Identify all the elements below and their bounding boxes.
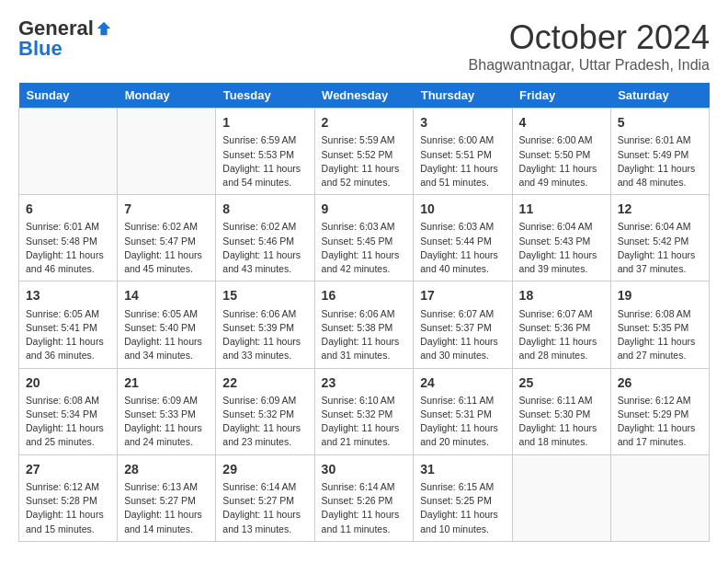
page-header: General Blue October 2024 Bhagwantnagar,… [18, 18, 710, 74]
day-number: 21 [124, 373, 209, 392]
calendar-cell [610, 454, 709, 541]
day-number: 13 [26, 286, 110, 304]
day-info: Sunrise: 6:06 AMSunset: 5:39 PMDaylight:… [222, 307, 307, 363]
calendar-cell: 11Sunrise: 6:04 AMSunset: 5:43 PMDayligh… [512, 195, 610, 282]
day-number: 2 [322, 113, 407, 132]
day-number: 17 [420, 286, 505, 304]
day-info: Sunrise: 6:12 AMSunset: 5:29 PMDaylight:… [618, 394, 702, 450]
calendar-cell: 18Sunrise: 6:07 AMSunset: 5:36 PMDayligh… [512, 282, 610, 368]
day-header-sunday: Sunday [19, 83, 118, 109]
day-number: 30 [322, 460, 407, 478]
day-info: Sunrise: 6:13 AMSunset: 5:27 PMDaylight:… [124, 480, 209, 536]
calendar-cell: 5Sunrise: 6:01 AMSunset: 5:49 PMDaylight… [610, 109, 709, 195]
calendar-cell: 24Sunrise: 6:11 AMSunset: 5:31 PMDayligh… [414, 368, 512, 454]
calendar-cell: 7Sunrise: 6:02 AMSunset: 5:47 PMDaylight… [118, 195, 216, 282]
day-number: 6 [26, 200, 110, 218]
day-info: Sunrise: 6:06 AMSunset: 5:38 PMDaylight:… [322, 307, 407, 363]
calendar-cell: 9Sunrise: 6:03 AMSunset: 5:45 PMDaylight… [314, 195, 414, 282]
day-number: 29 [222, 460, 307, 478]
day-info: Sunrise: 6:09 AMSunset: 5:32 PMDaylight:… [222, 394, 307, 450]
logo-icon [96, 20, 112, 37]
day-info: Sunrise: 6:01 AMSunset: 5:48 PMDaylight:… [26, 220, 110, 276]
day-info: Sunrise: 6:07 AMSunset: 5:36 PMDaylight:… [519, 307, 604, 363]
day-number: 8 [222, 200, 307, 218]
day-info: Sunrise: 6:04 AMSunset: 5:43 PMDaylight:… [519, 220, 604, 276]
day-info: Sunrise: 6:08 AMSunset: 5:34 PMDaylight:… [26, 394, 110, 450]
calendar-cell: 27Sunrise: 6:12 AMSunset: 5:28 PMDayligh… [19, 454, 118, 541]
calendar-cell [118, 109, 216, 195]
location-title: Bhagwantnagar, Uttar Pradesh, India [469, 57, 710, 74]
day-number: 12 [618, 200, 702, 218]
day-info: Sunrise: 6:07 AMSunset: 5:37 PMDaylight:… [420, 307, 505, 363]
day-number: 16 [322, 286, 407, 304]
calendar-cell: 14Sunrise: 6:05 AMSunset: 5:40 PMDayligh… [118, 282, 216, 368]
calendar-cell: 20Sunrise: 6:08 AMSunset: 5:34 PMDayligh… [19, 368, 118, 454]
calendar-cell: 16Sunrise: 6:06 AMSunset: 5:38 PMDayligh… [314, 282, 414, 368]
calendar-cell: 23Sunrise: 6:10 AMSunset: 5:32 PMDayligh… [314, 368, 414, 454]
day-header-thursday: Thursday [414, 83, 512, 109]
logo-general-text: General [18, 18, 94, 39]
calendar-cell: 2Sunrise: 5:59 AMSunset: 5:52 PMDaylight… [314, 109, 414, 195]
day-number: 27 [26, 460, 110, 478]
calendar-week-2: 6Sunrise: 6:01 AMSunset: 5:48 PMDaylight… [19, 195, 710, 282]
day-number: 7 [124, 200, 209, 218]
day-info: Sunrise: 6:08 AMSunset: 5:35 PMDaylight:… [618, 307, 702, 363]
calendar-week-4: 20Sunrise: 6:08 AMSunset: 5:34 PMDayligh… [19, 368, 710, 454]
day-number: 24 [420, 373, 505, 392]
calendar-week-3: 13Sunrise: 6:05 AMSunset: 5:41 PMDayligh… [19, 282, 710, 368]
calendar-cell: 1Sunrise: 6:59 AMSunset: 5:53 PMDaylight… [216, 109, 314, 195]
day-number: 14 [124, 286, 209, 304]
logo: General Blue [18, 18, 112, 59]
calendar-header-row: SundayMondayTuesdayWednesdayThursdayFrid… [19, 83, 710, 109]
calendar-week-1: 1Sunrise: 6:59 AMSunset: 5:53 PMDaylight… [19, 109, 710, 195]
day-info: Sunrise: 5:59 AMSunset: 5:52 PMDaylight:… [322, 133, 407, 190]
logo-blue-text: Blue [18, 39, 63, 59]
calendar-cell: 21Sunrise: 6:09 AMSunset: 5:33 PMDayligh… [118, 368, 216, 454]
day-info: Sunrise: 6:11 AMSunset: 5:31 PMDaylight:… [420, 394, 505, 450]
day-header-monday: Monday [118, 83, 216, 109]
calendar-cell: 4Sunrise: 6:00 AMSunset: 5:50 PMDaylight… [512, 109, 610, 195]
calendar-cell: 15Sunrise: 6:06 AMSunset: 5:39 PMDayligh… [216, 282, 314, 368]
day-number: 9 [322, 200, 407, 218]
day-info: Sunrise: 6:09 AMSunset: 5:33 PMDaylight:… [124, 394, 209, 450]
calendar-cell [512, 454, 610, 541]
calendar-cell: 19Sunrise: 6:08 AMSunset: 5:35 PMDayligh… [610, 282, 709, 368]
calendar-cell: 10Sunrise: 6:03 AMSunset: 5:44 PMDayligh… [414, 195, 512, 282]
day-info: Sunrise: 6:02 AMSunset: 5:47 PMDaylight:… [124, 220, 209, 276]
day-header-tuesday: Tuesday [216, 83, 314, 109]
title-section: October 2024 Bhagwantnagar, Uttar Prades… [469, 18, 710, 74]
day-info: Sunrise: 6:02 AMSunset: 5:46 PMDaylight:… [222, 220, 307, 276]
day-info: Sunrise: 6:01 AMSunset: 5:49 PMDaylight:… [618, 133, 702, 190]
calendar-cell: 26Sunrise: 6:12 AMSunset: 5:29 PMDayligh… [610, 368, 709, 454]
day-info: Sunrise: 6:14 AMSunset: 5:27 PMDaylight:… [222, 480, 307, 536]
day-info: Sunrise: 6:59 AMSunset: 5:53 PMDaylight:… [222, 133, 307, 190]
svg-marker-0 [97, 22, 110, 35]
calendar-table: SundayMondayTuesdayWednesdayThursdayFrid… [18, 83, 710, 542]
day-number: 1 [222, 113, 307, 132]
calendar-cell: 29Sunrise: 6:14 AMSunset: 5:27 PMDayligh… [216, 454, 314, 541]
day-number: 11 [519, 200, 604, 218]
calendar-cell: 6Sunrise: 6:01 AMSunset: 5:48 PMDaylight… [19, 195, 118, 282]
calendar-cell: 17Sunrise: 6:07 AMSunset: 5:37 PMDayligh… [414, 282, 512, 368]
day-info: Sunrise: 6:10 AMSunset: 5:32 PMDaylight:… [322, 394, 407, 450]
calendar-cell: 3Sunrise: 6:00 AMSunset: 5:51 PMDaylight… [414, 109, 512, 195]
day-info: Sunrise: 6:05 AMSunset: 5:40 PMDaylight:… [124, 307, 209, 363]
day-number: 31 [420, 460, 505, 478]
day-info: Sunrise: 6:04 AMSunset: 5:42 PMDaylight:… [618, 220, 702, 276]
day-info: Sunrise: 6:11 AMSunset: 5:30 PMDaylight:… [519, 394, 604, 450]
calendar-cell: 30Sunrise: 6:14 AMSunset: 5:26 PMDayligh… [314, 454, 414, 541]
calendar-cell: 8Sunrise: 6:02 AMSunset: 5:46 PMDaylight… [216, 195, 314, 282]
calendar-cell: 12Sunrise: 6:04 AMSunset: 5:42 PMDayligh… [610, 195, 709, 282]
month-title: October 2024 [469, 18, 710, 57]
calendar-cell: 28Sunrise: 6:13 AMSunset: 5:27 PMDayligh… [118, 454, 216, 541]
day-number: 25 [519, 373, 604, 392]
day-info: Sunrise: 6:00 AMSunset: 5:51 PMDaylight:… [420, 133, 505, 190]
day-number: 10 [420, 200, 505, 218]
day-info: Sunrise: 6:12 AMSunset: 5:28 PMDaylight:… [26, 480, 110, 536]
day-number: 18 [519, 286, 604, 304]
day-info: Sunrise: 6:03 AMSunset: 5:44 PMDaylight:… [420, 220, 505, 276]
day-info: Sunrise: 6:00 AMSunset: 5:50 PMDaylight:… [519, 133, 604, 190]
day-number: 23 [322, 373, 407, 392]
calendar-cell: 13Sunrise: 6:05 AMSunset: 5:41 PMDayligh… [19, 282, 118, 368]
calendar-cell: 25Sunrise: 6:11 AMSunset: 5:30 PMDayligh… [512, 368, 610, 454]
